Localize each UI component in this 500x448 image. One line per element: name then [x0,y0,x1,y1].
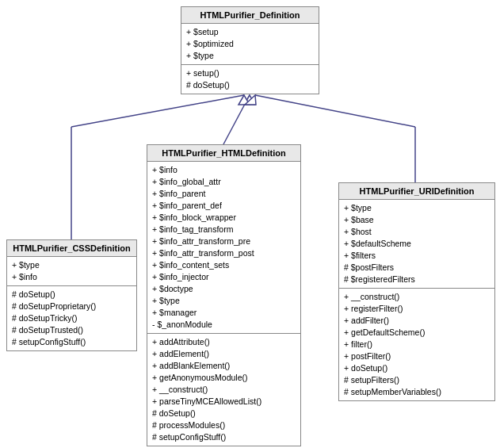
htmlpurifier-definition-section2: + setup() # doSetup() [181,65,319,94]
htmlpurifier-definition-section1: + $setup + $optimized + $type [181,24,319,65]
htmlpurifier-cssdefinition-section2: # doSetup() # doSetupProprietary() # doS… [7,286,136,350]
svg-line-3 [71,95,244,127]
method-setup: + setup() [186,67,314,79]
svg-marker-7 [245,95,256,105]
htmlpurifier-cssdefinition-box: HTMLPurifier_CSSDefinition + $type + $in… [6,239,137,351]
svg-line-0 [223,95,250,144]
htmlpurifier-htmldefinition-title: HTMLPurifier_HTMLDefinition [147,145,300,162]
svg-marker-1 [244,95,255,105]
htmlpurifier-cssdefinition-title: HTMLPurifier_CSSDefinition [7,240,136,257]
field-setup: + $setup [186,26,314,38]
diagram-container: HTMLPurifier_Definition + $setup + $opti… [0,0,500,448]
field-type: + $type [186,50,314,62]
htmlpurifier-cssdefinition-section1: + $type + $info [7,257,136,286]
htmlpurifier-htmldefinition-box: HTMLPurifier_HTMLDefinition + $info + $i… [147,144,301,446]
field-optimized: + $optimized [186,38,314,50]
htmlpurifier-uridefinition-title: HTMLPurifier_URIDefinition [339,183,494,200]
svg-marker-4 [239,95,250,105]
htmlpurifier-htmldefinition-section2: + addAttribute() + addElement() + addBla… [147,334,300,446]
htmlpurifier-uridefinition-section2: + __construct() + registerFilter() + add… [339,289,494,400]
htmlpurifier-uridefinition-box: HTMLPurifier_URIDefinition + $type + $ba… [338,182,495,401]
svg-line-6 [255,95,415,127]
htmlpurifier-definition-title: HTMLPurifier_Definition [181,7,319,24]
method-dosetup: # doSetup() [186,79,314,91]
htmlpurifier-htmldefinition-section1: + $info + $info_global_attr + $info_pare… [147,162,300,334]
htmlpurifier-uridefinition-section1: + $type + $base + $host + $defaultScheme… [339,200,494,289]
htmlpurifier-definition-box: HTMLPurifier_Definition + $setup + $opti… [181,6,319,94]
